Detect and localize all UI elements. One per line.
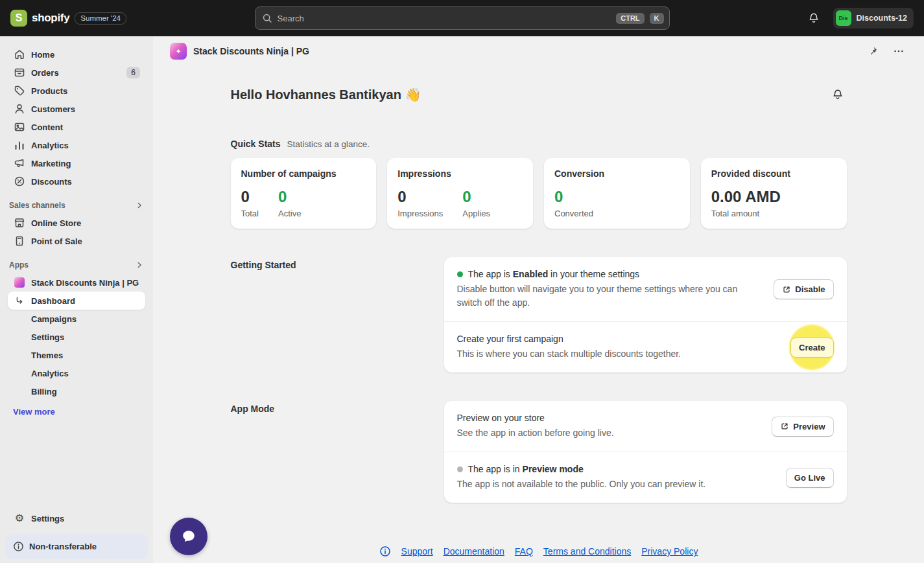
sidebar-item-themes[interactable]: Themes (8, 346, 145, 364)
getting-started-panel: The app is Enabled in your theme setting… (444, 257, 847, 373)
stat-card-title: Number of campaigns (241, 168, 366, 179)
apps-header[interactable]: Apps (9, 260, 144, 270)
sidebar-item-label: Customers (31, 104, 75, 114)
button-label: Disable (795, 284, 825, 294)
app-mode-title: App Mode (231, 401, 444, 503)
footer-link-support[interactable]: Support (401, 546, 433, 557)
external-link-icon (782, 285, 791, 294)
disable-button[interactable]: Disable (774, 279, 833, 299)
sidebar-item-point-of-sale[interactable]: Point of Sale (8, 232, 145, 250)
row-description: The app is not available to the public. … (457, 477, 762, 491)
sidebar-item-campaigns[interactable]: Campaigns (8, 310, 145, 328)
banner-label: Non-transferable (29, 542, 97, 551)
sidebar-item-billing[interactable]: Billing (8, 382, 145, 400)
shopify-logo[interactable]: S shopify (10, 10, 69, 27)
app-notifications-button[interactable] (829, 86, 847, 104)
topbar: S shopify Summer '24 CTRL K Dis Discount… (0, 0, 924, 36)
stat: 0 Applies (462, 188, 490, 218)
notifications-button[interactable] (803, 8, 824, 29)
footer-link-documentation[interactable]: Documentation (444, 546, 504, 557)
chat-widget-button[interactable] (170, 518, 207, 555)
sidebar-item-dashboard[interactable]: Dashboard (8, 292, 145, 310)
store-menu[interactable]: Dis Discounts-12 (833, 8, 914, 29)
sidebar-item-products[interactable]: Products (8, 82, 145, 100)
shopify-logo-text: shopify (32, 12, 69, 25)
stat-value: 0 (462, 188, 490, 206)
sidebar-item-customers[interactable]: Customers (8, 100, 145, 118)
stat: 0 Active (278, 188, 301, 218)
shortcut-key-k: K (650, 13, 664, 24)
sidebar-item-label: Point of Sale (31, 236, 82, 246)
footer-link-privacy[interactable]: Privacy Policy (641, 546, 698, 557)
sidebar-item-label: Dashboard (31, 296, 75, 306)
sidebar-item-label: Stack Discounts Ninja | PG (31, 278, 139, 288)
shopify-logo-icon: S (10, 10, 27, 27)
search-input[interactable] (278, 14, 611, 23)
sidebar-item-settings[interactable]: ⚙ Settings (8, 509, 145, 527)
button-label: Go Live (794, 473, 825, 483)
button-label: Create (799, 343, 825, 352)
sidebar-item-marketing[interactable]: Marketing (8, 154, 145, 172)
quick-stats-title: Quick Stats (231, 139, 281, 149)
sidebar-item-label: Home (31, 50, 54, 60)
stat-label: Total amount (711, 209, 781, 218)
point-of-sale-icon (13, 235, 26, 247)
more-actions-button[interactable] (890, 43, 907, 60)
sidebar-item-app-stack-discounts-ninja[interactable]: Stack Discounts Ninja | PG (8, 273, 145, 292)
info-icon (13, 541, 24, 552)
footer-link-terms[interactable]: Terms and Conditions (543, 546, 631, 557)
store-name: Discounts-12 (857, 14, 908, 23)
sidebar-item-content[interactable]: Content (8, 118, 145, 136)
sidebar-item-discounts[interactable]: Discounts (8, 172, 145, 190)
orders-count-badge: 6 (126, 67, 140, 78)
sidebar-item-orders[interactable]: Orders 6 (8, 63, 145, 82)
app-mode-section: App Mode Preview on your store See the a… (231, 401, 847, 503)
go-live-button[interactable]: Go Live (786, 468, 834, 488)
sidebar-item-app-analytics[interactable]: Analytics (8, 364, 145, 382)
stat-value: 0 (241, 188, 259, 206)
dashboard-content: Hello Hovhannes Bantikyan 👋 Quick Stats … (231, 66, 847, 557)
quick-stats-header: Quick Stats Statistics at a glance. (231, 139, 847, 149)
sidebar-item-app-settings[interactable]: Settings (8, 328, 145, 346)
stat-card-campaigns: Number of campaigns 0 Total 0 Active (231, 158, 377, 229)
sidebar-item-label: Orders (31, 68, 59, 78)
row-text: The app is in Preview mode The app is no… (457, 464, 776, 491)
online-store-icon (13, 216, 26, 229)
stat-value: 0.00 AMD (711, 188, 781, 206)
create-button[interactable]: Create (790, 338, 833, 358)
sidebar-item-label: Themes (31, 350, 63, 360)
sidebar-item-analytics[interactable]: Analytics (8, 136, 145, 154)
chevron-right-icon (135, 201, 144, 210)
page-title: Stack Discounts Ninja | PG (193, 46, 309, 56)
app-page-header: ✦ Stack Discounts Ninja | PG (153, 36, 924, 66)
status-dot-green (457, 271, 463, 277)
row-text: Preview on your store See the app in act… (457, 413, 762, 440)
search-icon (262, 13, 272, 23)
header-actions (864, 43, 907, 60)
app-footer: Support Documentation FAQ Terms and Cond… (231, 546, 847, 557)
stat-value: 0 (397, 188, 443, 206)
stat-label: Applies (462, 209, 490, 218)
button-label: Preview (793, 422, 825, 431)
elbow-arrow-icon (13, 294, 26, 307)
sidebar-item-online-store[interactable]: Online Store (8, 214, 145, 232)
stat-label: Converted (554, 209, 593, 218)
sidebar-item-label: Campaigns (31, 314, 77, 324)
pin-button[interactable] (864, 43, 881, 60)
chat-bubble-icon (180, 527, 198, 546)
section-label: Apps (9, 260, 29, 270)
sales-channels-header[interactable]: Sales channels (9, 201, 144, 210)
search-bar[interactable]: CTRL K (255, 6, 670, 30)
status-text: The app is Enabled in your theme setting… (468, 269, 640, 279)
view-more-link[interactable]: View more (8, 403, 145, 420)
enabled-status-row: The app is Enabled in your theme setting… (444, 257, 847, 321)
preview-button[interactable]: Preview (772, 417, 833, 437)
stat-label: Impressions (397, 209, 443, 218)
sidebar: Home Orders 6 Products Customers Content… (0, 36, 153, 563)
info-icon (379, 546, 391, 557)
sidebar-item-home[interactable]: Home (8, 45, 145, 63)
non-transferable-banner: Non-transferable (5, 534, 148, 559)
footer-link-faq[interactable]: FAQ (515, 546, 533, 557)
sidebar-item-label: Analytics (31, 141, 69, 150)
row-heading: Preview on your store (457, 413, 545, 423)
